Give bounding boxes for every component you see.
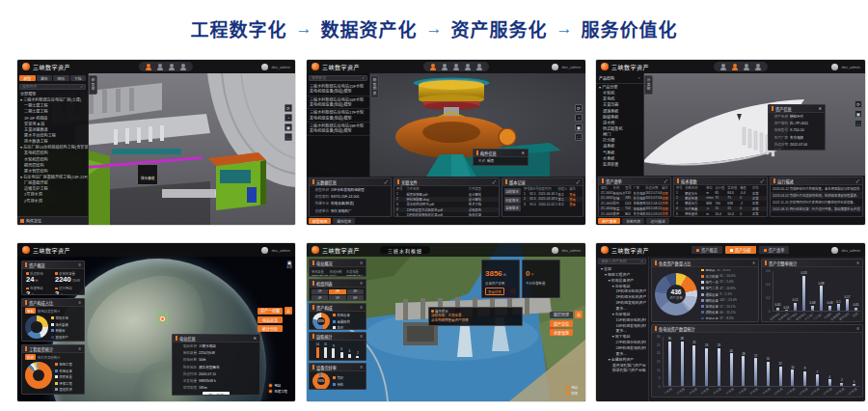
- map-action-button[interactable]: 统计分析: [258, 325, 283, 332]
- table-row[interactable]: ZC-0002主轴Z85东方电机2012-07-04详情: [599, 196, 670, 201]
- collapse-tab[interactable]: 分类树: [644, 75, 653, 95]
- close-icon[interactable]: ✕: [253, 336, 257, 341]
- table-row[interactable]: 3额定出力MW700698-2正常: [674, 201, 767, 206]
- menu-icon[interactable]: ☰: [575, 311, 583, 318]
- expand-icon[interactable]: ⤢: [761, 178, 764, 183]
- avatar[interactable]: [261, 247, 268, 254]
- expand-icon[interactable]: ⤢: [385, 179, 388, 184]
- bottom-tab[interactable]: 参数列表: [622, 218, 644, 224]
- main-tab[interactable]: 资产清单: [759, 246, 790, 254]
- avatar[interactable]: [552, 64, 558, 70]
- version-filter-button[interactable]: 当前版本: [504, 188, 521, 195]
- viewport-tool-icon[interactable]: ▣: [854, 110, 862, 118]
- main-tab[interactable]: 资产分析: [725, 246, 756, 254]
- module-user-icon[interactable]: [454, 64, 458, 68]
- table-row[interactable]: 2V2.02021-03-18 09:05李工查看: [522, 197, 583, 202]
- menu-icon[interactable]: ☰: [285, 307, 292, 315]
- module-user-icon[interactable]: [466, 64, 470, 68]
- unit-button[interactable]: 3F: [347, 289, 364, 295]
- collapse-tab[interactable]: 模型树: [89, 75, 97, 95]
- more-icon[interactable]: ≡: [857, 326, 859, 331]
- search-icon[interactable]: ⌕: [641, 260, 643, 263]
- table-row[interactable]: 1蜗壳安装图.pdf设计图纸: [394, 191, 499, 196]
- search-input[interactable]: [601, 260, 639, 263]
- more-icon[interactable]: ≡: [753, 260, 755, 265]
- scene-action-button[interactable]: 全景漫游: [550, 329, 573, 336]
- search-input[interactable]: [312, 76, 361, 80]
- scene-action-button[interactable]: 资产定位: [550, 320, 573, 327]
- table-row[interactable]: ZC-0004顶盖T02哈电集团2012-08-12详情: [599, 206, 670, 211]
- sidebar-footer[interactable]: 构件定位: [17, 216, 88, 225]
- module-user-icon[interactable]: [170, 64, 174, 68]
- table-row[interactable]: ZC-0005底环B01东方电机2012-09-01详情: [599, 211, 670, 216]
- viewport-tool-icon[interactable]: ⛶: [285, 133, 292, 141]
- module-user-icon[interactable]: [477, 64, 481, 68]
- bottom-tab[interactable]: 模型视图: [309, 218, 331, 224]
- more-icon[interactable]: ≡: [361, 365, 363, 370]
- bottom-tab[interactable]: 运行描述: [646, 218, 668, 224]
- module-user-icon[interactable]: [181, 64, 185, 68]
- tree-item[interactable]: 2号排水洞: [17, 199, 88, 205]
- sidebar-tab[interactable]: 模型: [19, 75, 36, 81]
- more-icon[interactable]: ≡: [79, 262, 81, 267]
- sidebar-tab[interactable]: 图纸: [53, 75, 69, 81]
- viewport-tool-icon[interactable]: ⛶: [575, 133, 583, 141]
- table-row[interactable]: 4叶片数量个15150正常: [674, 206, 767, 211]
- viewport-tool-icon[interactable]: ▣: [285, 123, 292, 131]
- unit-button[interactable]: 2F: [329, 289, 345, 295]
- unit-button[interactable]: 4F: [312, 295, 328, 301]
- more-icon[interactable]: ≡: [361, 305, 363, 310]
- table-row[interactable]: 2023-05-12 完成转轮叶片外观检查，未见明显裂纹与空蚀损伤，状态良好。: [771, 185, 862, 192]
- close-icon[interactable]: ✕: [521, 151, 525, 155]
- unit-button[interactable]: 6F: [347, 295, 364, 301]
- module-user-icon[interactable]: [431, 64, 435, 68]
- module-user-icon[interactable]: [733, 64, 737, 68]
- enter-station-button[interactable]: 进入电站: [203, 392, 230, 396]
- model-list-item[interactable]: 三峡水利枢纽右岸电站16F水轮发电机组设备(制造)模型: [307, 96, 369, 110]
- table-row[interactable]: ZC-0003导叶D24哈电集团2012-08-12详情: [599, 201, 670, 206]
- table-row[interactable]: 2额定转速r/min75750正常: [674, 196, 767, 201]
- tree-item[interactable]: 排漂孔弧门资产台账: [598, 368, 646, 373]
- module-user-icon[interactable]: [756, 64, 760, 68]
- viewport-tool-icon[interactable]: ◔: [575, 114, 583, 122]
- table-row[interactable]: 1额定水头m8584.6-0.4正常: [674, 190, 767, 195]
- close-icon[interactable]: ✕: [818, 106, 822, 111]
- module-user-icon[interactable]: [721, 64, 725, 68]
- search-icon[interactable]: ⌕: [81, 85, 83, 89]
- more-icon[interactable]: ≡: [361, 260, 363, 265]
- viewport-tool-icon[interactable]: ◔: [285, 114, 292, 122]
- table-row[interactable]: 2022-11-20 岁修期间对叶片表面进行打磨处理并补焊修复。: [771, 199, 862, 206]
- model-list-item[interactable]: 三峡水利枢纽右岸电站17F水轮发电机组设备(制造)模型: [307, 109, 369, 123]
- avatar[interactable]: [261, 64, 268, 70]
- unit-button[interactable]: 5F: [329, 295, 345, 301]
- bottom-tab[interactable]: 属性信息: [333, 218, 355, 224]
- card-detail-button[interactable]: 查看详情: [485, 288, 504, 295]
- sidebar-tab[interactable]: 属性: [37, 75, 53, 81]
- table-row[interactable]: 2转轮装配图.dwg设计图纸: [394, 197, 499, 202]
- viewport-tool-icon[interactable]: ⛶: [854, 120, 862, 127]
- map-action-button[interactable]: 资产一张图: [258, 308, 283, 315]
- sidebar-tab[interactable]: 文档: [70, 75, 87, 81]
- viewport-tool-icon[interactable]: ⟳: [854, 100, 862, 108]
- search-input[interactable]: [22, 85, 79, 89]
- scene-action-button[interactable]: 图层管理: [550, 312, 573, 318]
- tree-item[interactable]: 监测装置: [596, 162, 643, 168]
- search-icon[interactable]: ⌕: [363, 76, 365, 80]
- tree-item[interactable]: 15F机组水轮机资产台账: [598, 317, 646, 323]
- filter-chip[interactable]: 装机: [25, 308, 36, 314]
- table-row[interactable]: 5转轮直径m10.410.40正常: [674, 211, 767, 216]
- module-user-icon[interactable]: [158, 64, 162, 68]
- unit-button[interactable]: 1F: [312, 289, 328, 295]
- version-filter-button[interactable]: 历史版本: [504, 197, 521, 204]
- version-filter-button[interactable]: 全部版本: [504, 205, 521, 211]
- expand-icon[interactable]: ⤢: [577, 179, 580, 184]
- bottom-tab[interactable]: 资产清单: [598, 218, 620, 224]
- panorama-shortcut[interactable]: ▣ 全景: [286, 260, 292, 269]
- more-icon[interactable]: ≡: [79, 346, 81, 351]
- filter-chip[interactable]: 投资: [25, 354, 36, 360]
- viewport-tool-icon[interactable]: ⟳: [285, 104, 292, 112]
- table-row[interactable]: 1V2.12021-06-30 10:22张工查看: [522, 191, 583, 196]
- expand-icon[interactable]: ⤢: [856, 178, 859, 183]
- map-action-button[interactable]: 电站总览: [258, 316, 283, 323]
- module-user-icon[interactable]: [443, 64, 447, 68]
